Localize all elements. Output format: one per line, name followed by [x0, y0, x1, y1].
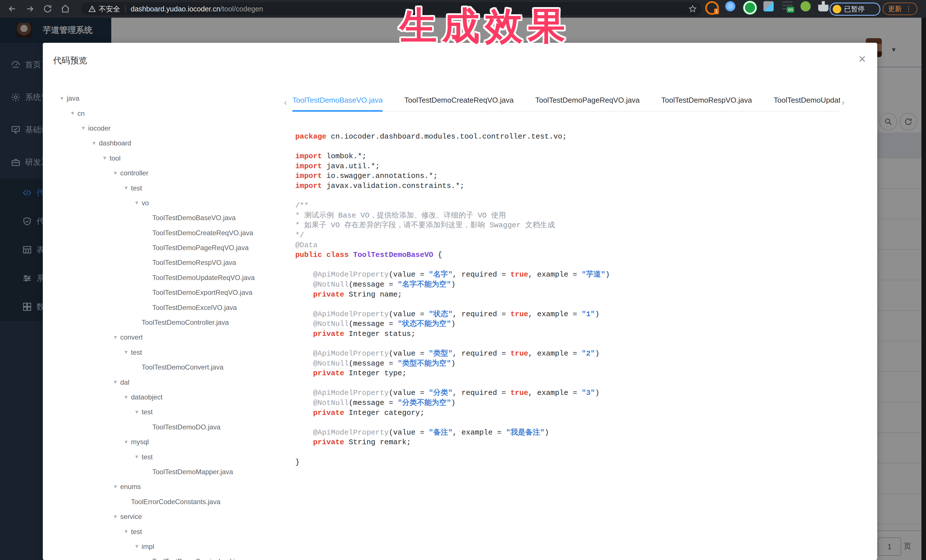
update-button[interactable]: 更新 ⋮ — [883, 3, 917, 15]
tree-node-label: dal — [120, 378, 130, 386]
tree-file[interactable]: ToolTestDemoRespVO.java — [43, 255, 285, 270]
extension-icon-3[interactable] — [743, 1, 757, 14]
code-view: package cn.iocoder.dashboard.modules.too… — [295, 132, 869, 467]
tree-folder[interactable]: ▼enums — [43, 479, 285, 494]
forward-icon[interactable] — [25, 4, 35, 14]
tab-ToolTestDemoCreateReqVO.java[interactable]: ToolTestDemoCreateReqVO.java — [404, 91, 513, 112]
profile-emoji-icon — [833, 5, 841, 14]
code-line — [295, 418, 869, 428]
caret-down-icon[interactable]: ▼ — [111, 379, 120, 385]
tree-file[interactable]: ToolTestDemoServiceImpl.java — [43, 554, 285, 560]
caret-down-icon[interactable]: ▼ — [89, 140, 99, 146]
tree-folder[interactable]: ▼dataobject — [43, 390, 285, 405]
security-label: 不安全 — [99, 4, 120, 14]
caret-down-icon[interactable]: ▼ — [132, 454, 142, 460]
caret-down-icon[interactable]: ▼ — [132, 409, 142, 415]
tabs-next-icon[interactable]: › — [841, 98, 844, 107]
tree-folder[interactable]: ▼impl — [43, 539, 285, 554]
tree-folder[interactable]: ▼mysql — [43, 435, 285, 449]
browser-menu-icon[interactable]: ⋮ — [905, 5, 912, 13]
bookmark-star-icon[interactable] — [688, 5, 697, 13]
tree-folder[interactable]: ▼test — [43, 524, 285, 539]
caret-down-icon[interactable]: ▼ — [121, 528, 131, 534]
url-host: dashboard.yudao.iocoder.cn — [131, 5, 220, 13]
dialog-title: 代码预览 — [53, 55, 87, 66]
caret-down-icon[interactable]: ▼ — [121, 349, 131, 355]
caret-down-icon[interactable]: ▼ — [132, 543, 142, 549]
tab-ToolTestDemoUpdateReqVO.java[interactable]: ToolTestDemoUpdateReqVO.java — [774, 91, 840, 112]
caret-down-icon[interactable]: ▼ — [68, 110, 77, 116]
extension-icon-2[interactable] — [725, 1, 735, 11]
tree-folder[interactable]: ▼test — [43, 181, 285, 195]
tree-node-label: ToolTestDemoRespVO.java — [152, 259, 236, 267]
tree-folder[interactable]: ▼test — [43, 449, 285, 464]
tree-node-label: ToolTestDemoExportReqVO.java — [152, 288, 253, 297]
code-line: } — [295, 457, 869, 467]
caret-down-icon[interactable]: ▼ — [121, 394, 131, 400]
tabs-prev-icon[interactable]: ‹ — [284, 98, 287, 107]
tree-node-label: java — [67, 94, 79, 103]
tree-folder[interactable]: ▼controller — [43, 166, 285, 181]
code-line: * 测试示例 Base VO，提供给添加、修改、详细的子 VO 使用 — [295, 211, 869, 221]
caret-down-icon[interactable]: ▼ — [111, 335, 120, 340]
screen: 不安全 dashboard.yudao.iocoder.cn /tool/cod… — [0, 0, 926, 560]
tree-folder[interactable]: ▼convert — [43, 330, 285, 345]
caret-down-icon[interactable]: ▼ — [111, 514, 120, 520]
tree-folder[interactable]: ▼test — [43, 405, 285, 420]
caret-down-icon[interactable]: ▼ — [121, 439, 131, 445]
tab-ToolTestDemoBaseVO.java[interactable]: ToolTestDemoBaseVO.java — [292, 91, 383, 112]
close-icon[interactable]: ✕ — [858, 54, 866, 64]
code-line: @Data — [295, 240, 869, 251]
tree-file[interactable]: ToolTestDemoBaseVO.java — [43, 210, 285, 225]
caret-down-icon[interactable]: ▼ — [100, 155, 109, 161]
extension-icon-4[interactable] — [763, 1, 774, 11]
tree-folder[interactable]: ▼dal — [43, 375, 285, 389]
tree-file[interactable]: ToolTestDemoController.java — [43, 315, 285, 330]
extensions-puzzle-icon[interactable] — [818, 1, 828, 11]
back-icon[interactable] — [8, 4, 17, 14]
tree-folder[interactable]: ▼tool — [43, 151, 285, 166]
tree-folder[interactable]: ▼service — [43, 509, 285, 524]
tree-folder[interactable]: ▼test — [43, 345, 285, 360]
extension-icon-1[interactable]: 1 — [705, 1, 719, 15]
tree-file[interactable]: ToolTestDemoMapper.java — [43, 465, 285, 479]
tree-file[interactable]: ToolTestDemoExcelVO.java — [43, 300, 285, 315]
tree-file[interactable]: ToolTestDemoDO.java — [43, 420, 285, 435]
tree-file[interactable]: ToolTestDemoUpdateReqVO.java — [43, 270, 285, 285]
tree-node-label: test — [142, 408, 153, 416]
caret-down-icon[interactable]: ▼ — [132, 200, 142, 206]
code-line: @ApiModelProperty(value = "备注", example … — [295, 428, 869, 438]
code-line — [295, 260, 869, 270]
caret-down-icon[interactable]: ▼ — [57, 95, 67, 101]
tree-folder[interactable]: ▼java — [43, 91, 285, 106]
tree-folder[interactable]: ▼cn — [43, 106, 285, 121]
tree-node-label: enums — [120, 483, 141, 491]
caret-down-icon[interactable]: ▼ — [111, 484, 120, 490]
profile-paused-pill[interactable]: 已暂停 — [829, 3, 881, 16]
tree-file[interactable]: ToolTestDemoConvert.java — [43, 360, 285, 375]
extension-icon-6[interactable] — [800, 1, 811, 11]
caret-down-icon[interactable]: ▼ — [79, 125, 88, 131]
tree-folder[interactable]: ▼dashboard — [43, 136, 285, 151]
url-divider — [125, 5, 126, 12]
refresh-icon[interactable] — [43, 4, 53, 14]
tab-ToolTestDemoRespVO.java[interactable]: ToolTestDemoRespVO.java — [661, 91, 752, 112]
tree-file[interactable]: ToolErrorCodeConstants.java — [43, 494, 285, 509]
tab-ToolTestDemoPageReqVO.java[interactable]: ToolTestDemoPageReqVO.java — [535, 91, 640, 112]
tree-folder[interactable]: ▼iocoder — [43, 121, 285, 136]
tree-node-label: mysql — [131, 438, 149, 446]
caret-down-icon[interactable]: ▼ — [121, 185, 131, 191]
tree-file[interactable]: ToolTestDemoCreateReqVO.java — [43, 225, 285, 240]
not-secure-icon — [88, 5, 96, 12]
tree-folder[interactable]: ▼vo — [43, 196, 285, 210]
home-icon[interactable] — [61, 4, 70, 14]
tree-node-label: test — [131, 184, 142, 192]
tree-node-label: iocoder — [88, 124, 111, 132]
url-bar[interactable]: 不安全 dashboard.yudao.iocoder.cn /tool/cod… — [81, 2, 702, 15]
code-line: package cn.iocoder.dashboard.modules.too… — [295, 132, 869, 142]
tree-file[interactable]: ToolTestDemoPageReqVO.java — [43, 240, 285, 255]
tree-node-label: convert — [120, 333, 143, 341]
extension-icon-5[interactable]: on — [782, 1, 793, 11]
caret-down-icon[interactable]: ▼ — [111, 170, 120, 176]
tree-file[interactable]: ToolTestDemoExportReqVO.java — [43, 285, 285, 300]
